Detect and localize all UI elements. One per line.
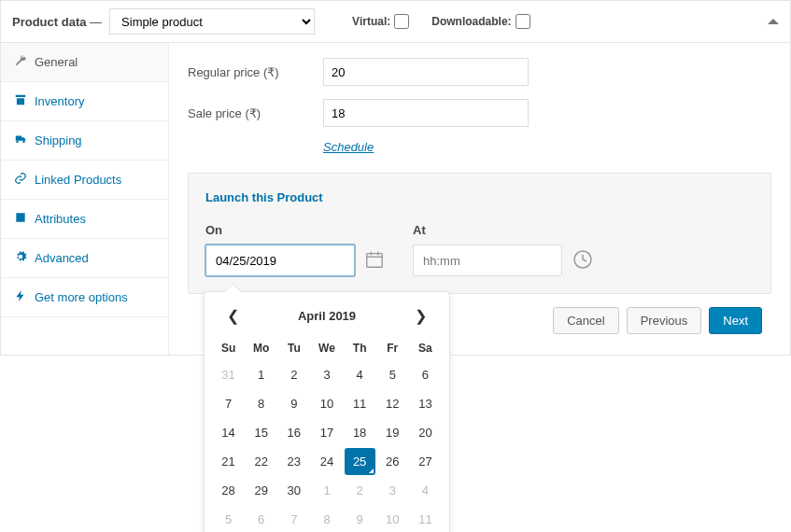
calendar-title: April 2019 (298, 309, 356, 323)
panel-title-text: Product data (12, 15, 86, 29)
launch-fields: On At (205, 223, 754, 276)
svg-rect-0 (367, 253, 383, 267)
gear-icon (14, 250, 27, 266)
virtual-checkbox[interactable] (394, 14, 409, 29)
launch-at-label: At (413, 223, 594, 237)
regular-price-label: Regular price (₹) (188, 65, 323, 79)
downloadable-checkbox[interactable] (516, 14, 530, 29)
next-button[interactable]: Next (709, 307, 762, 334)
launch-product-box: Launch this Product On At (188, 173, 771, 294)
virtual-option[interactable]: Virtual: (352, 14, 409, 29)
header-checks: Virtual: Downloadable: (352, 14, 530, 29)
tabs-sidebar: GeneralInventoryShippingLinked ProductsA… (1, 43, 169, 355)
launch-on-field: On (205, 223, 385, 276)
calendar-grid: SuMoTuWeThFrSa31123456789101112131415161… (212, 336, 442, 356)
title-dash: — (90, 15, 102, 29)
tab-label: Advanced (35, 251, 89, 265)
calendar-dow: Fr (376, 336, 409, 356)
calendar-header: ❮ April 2019 ❯ (212, 301, 442, 336)
launch-title: Launch this Product (205, 190, 754, 204)
calendar-prev[interactable]: ❮ (221, 305, 245, 327)
downloadable-option[interactable]: Downloadable: (431, 14, 530, 29)
cancel-button[interactable]: Cancel (553, 307, 618, 334)
calendar-dow: Th (344, 336, 376, 356)
panel-title: Product data — (12, 15, 102, 29)
wrench-icon (14, 54, 27, 70)
previous-button[interactable]: Previous (627, 307, 702, 334)
link-icon (14, 172, 27, 188)
launch-date-input[interactable] (205, 245, 355, 276)
tab-label: Get more options (35, 290, 128, 304)
sale-price-label: Sale price (₹) (188, 106, 323, 120)
schedule-link[interactable]: Schedule (323, 140, 771, 154)
product-type-select[interactable]: Simple product (109, 8, 315, 35)
regular-price-input[interactable] (323, 58, 529, 86)
virtual-label: Virtual: (352, 15, 390, 28)
tab-inventory[interactable]: Inventory (1, 82, 168, 121)
tab-general[interactable]: General (1, 43, 168, 82)
collapse-toggle[interactable] (768, 19, 779, 24)
tab-attributes[interactable]: Attributes (1, 200, 168, 239)
tab-label: Shipping (35, 133, 82, 147)
clock-icon[interactable] (572, 248, 594, 273)
note-icon (14, 211, 27, 227)
datepicker-popup: ❮ April 2019 ❯ SuMoTuWeThFrSa31123456789… (204, 291, 450, 356)
panel-header: Product data — Simple product Virtual: D… (1, 1, 790, 43)
tab-advanced[interactable]: Advanced (1, 239, 168, 278)
launch-time-input[interactable] (413, 245, 562, 276)
bolt-icon (14, 289, 27, 305)
sale-price-row: Sale price (₹) (188, 99, 771, 127)
sale-price-input[interactable] (323, 99, 529, 127)
calendar-dow: Sa (409, 336, 442, 356)
svg-line-12 (583, 259, 586, 261)
launch-at-field: At (413, 223, 594, 276)
tab-more[interactable]: Get more options (1, 278, 168, 317)
tab-label: Inventory (35, 94, 84, 108)
calendar-next[interactable]: ❯ (409, 305, 432, 327)
downloadable-label: Downloadable: (431, 15, 511, 28)
archive-icon (14, 93, 27, 109)
launch-on-label: On (205, 223, 385, 237)
truck-icon (14, 133, 27, 148)
calendar-dow: Tu (277, 336, 310, 356)
calendar-dow: Mo (245, 336, 277, 356)
tab-linked[interactable]: Linked Products (1, 161, 168, 200)
calendar-icon[interactable] (364, 249, 385, 273)
calendar-dow: Su (212, 336, 245, 356)
tab-label: General (35, 55, 78, 69)
calendar-dow: We (310, 336, 343, 356)
tab-label: Linked Products (35, 173, 121, 187)
tab-shipping[interactable]: Shipping (1, 121, 168, 161)
tab-label: Attributes (35, 212, 86, 226)
regular-price-row: Regular price (₹) (188, 58, 771, 86)
